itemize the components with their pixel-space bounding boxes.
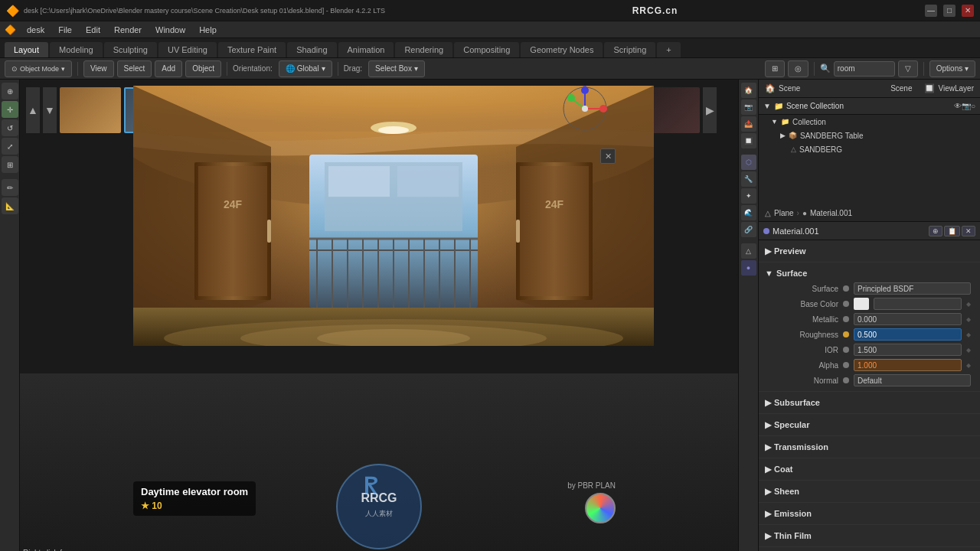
viewport-info-overlay: Daytime elevator room ★ 10 bbox=[133, 481, 256, 516]
menu-desk[interactable]: desk bbox=[21, 24, 51, 36]
menu-help[interactable]: Help bbox=[193, 24, 223, 36]
options-button[interactable]: Options ▾ bbox=[929, 60, 975, 77]
collection-expand-icon: ▼ bbox=[763, 102, 771, 110]
menu-edit[interactable]: Edit bbox=[80, 24, 106, 36]
sandberg-table-item[interactable]: ▶ 📦 SANDBERG Table bbox=[759, 129, 980, 142]
roughness-value[interactable]: 0.500 bbox=[854, 328, 962, 341]
transform-tool[interactable]: ⊞ bbox=[2, 156, 18, 173]
minimize-button[interactable]: — bbox=[925, 5, 937, 17]
thin-film-section: ▶ Thin Film bbox=[759, 525, 980, 547]
strip-next-1-button[interactable]: ▼ bbox=[43, 87, 57, 133]
tab-add[interactable]: + bbox=[657, 42, 680, 57]
metallic-value[interactable]: 0.000 bbox=[854, 313, 962, 325]
physics-button[interactable]: 🌊 bbox=[741, 205, 756, 220]
path-material: Material.001 bbox=[810, 209, 852, 217]
cursor-tool[interactable]: ⊕ bbox=[2, 83, 18, 99]
ior-value[interactable]: 1.500 bbox=[854, 344, 962, 356]
sc-camera-button[interactable]: 📷 bbox=[962, 102, 971, 110]
object-button[interactable]: Object bbox=[185, 60, 221, 77]
tab-uv-editing[interactable]: UV Editing bbox=[158, 42, 217, 57]
view-layer-button[interactable]: 🔲 bbox=[741, 133, 756, 148]
tab-rendering[interactable]: Rendering bbox=[395, 42, 452, 57]
add-button[interactable]: Add bbox=[155, 60, 182, 77]
render-props-button[interactable]: 📷 bbox=[741, 99, 756, 115]
emission-header[interactable]: ▶ Emission bbox=[765, 506, 974, 521]
tab-shading[interactable]: Shading bbox=[287, 42, 336, 57]
mat-dot bbox=[763, 228, 769, 234]
close-button[interactable]: ✕ bbox=[962, 5, 974, 17]
path-material-icon: ● bbox=[802, 209, 807, 217]
close-preview-button[interactable]: ✕ bbox=[600, 148, 616, 164]
scene-button[interactable]: 🏠 bbox=[741, 83, 756, 98]
drag-button[interactable]: Select Box ▾ bbox=[368, 60, 425, 77]
menu-window[interactable]: Window bbox=[149, 24, 191, 36]
mat-delete-button[interactable]: ✕ bbox=[962, 226, 975, 236]
surface-header[interactable]: ▼ Surface bbox=[765, 266, 974, 281]
right-icon-strip: 🏠 📷 📤 🔲 ⬡ 🔧 ✦ 🌊 🔗 △ ● bbox=[738, 80, 758, 551]
tab-compositing[interactable]: Compositing bbox=[454, 42, 519, 57]
measure-tool[interactable]: 📐 bbox=[2, 197, 18, 214]
surface-value[interactable]: Principled BSDF bbox=[854, 282, 971, 295]
tab-animation[interactable]: Animation bbox=[338, 42, 394, 57]
sc-eye-button[interactable]: 👁 bbox=[954, 102, 962, 110]
tab-texture-paint[interactable]: Texture Paint bbox=[218, 42, 286, 57]
orientation-label: Orientation: bbox=[233, 64, 276, 73]
strip-prev-button[interactable]: ▲ bbox=[26, 87, 40, 133]
move-tool[interactable]: ✛ bbox=[2, 101, 18, 118]
output-button[interactable]: 📤 bbox=[741, 116, 756, 132]
menu-blender-icon: 🔶 bbox=[5, 24, 16, 35]
sandberg-item[interactable]: △ SANDBERG bbox=[759, 142, 980, 156]
menu-render[interactable]: Render bbox=[108, 24, 148, 36]
view-button[interactable]: View bbox=[83, 60, 114, 77]
preview-header[interactable]: ▶ Preview bbox=[765, 243, 974, 259]
collection-item[interactable]: ▼ 📁 Collection bbox=[759, 115, 980, 129]
thin-film-header[interactable]: ▶ Thin Film bbox=[765, 528, 974, 543]
modifier-button[interactable]: 🔧 bbox=[741, 171, 756, 187]
thumb-1[interactable] bbox=[60, 87, 121, 133]
snap-button[interactable]: ⊞ bbox=[765, 60, 785, 77]
search-box[interactable]: room bbox=[834, 61, 895, 77]
menubar: 🔶 desk File Edit Render Window Help bbox=[0, 21, 980, 38]
tab-layout[interactable]: Layout bbox=[5, 42, 48, 57]
coat-header[interactable]: ▶ Coat bbox=[765, 461, 974, 477]
select-button[interactable]: Select bbox=[117, 60, 152, 77]
tab-geometry-nodes[interactable]: Geometry Nodes bbox=[521, 42, 603, 57]
subsurface-arrow: ▶ bbox=[765, 398, 771, 408]
preview-arrow: ▶ bbox=[765, 246, 771, 256]
strip-right-button[interactable]: ▶ bbox=[703, 87, 717, 133]
rotate-tool[interactable]: ↺ bbox=[2, 119, 18, 136]
proportional-button[interactable]: ◎ bbox=[788, 60, 808, 77]
transmission-header[interactable]: ▶ Transmission bbox=[765, 439, 974, 455]
mode-select-button[interactable]: ⊙ Object Mode ▾ bbox=[5, 60, 72, 77]
titlebar-controls: — □ ✕ bbox=[925, 5, 974, 17]
specular-header[interactable]: ▶ Specular bbox=[765, 417, 974, 432]
emission-section: ▶ Emission bbox=[759, 503, 980, 525]
sheen-header[interactable]: ▶ Sheen bbox=[765, 484, 974, 499]
scale-tool[interactable]: ⤢ bbox=[2, 138, 18, 155]
table-icon: 📦 bbox=[789, 132, 797, 139]
normal-value[interactable]: Default bbox=[854, 374, 971, 386]
data-button[interactable]: △ bbox=[741, 243, 756, 259]
annotate-tool[interactable]: ✏ bbox=[2, 179, 18, 196]
orientation-button[interactable]: 🌐 Global ▾ bbox=[279, 60, 332, 77]
subsurface-header[interactable]: ▶ Subsurface bbox=[765, 395, 974, 410]
sc-render-button[interactable]: ○ bbox=[971, 102, 975, 110]
constraints-button[interactable]: 🔗 bbox=[741, 222, 756, 237]
scene-name: Scene bbox=[890, 84, 912, 93]
mat-new-button[interactable]: 📋 bbox=[944, 226, 960, 236]
particles-button[interactable]: ✦ bbox=[741, 188, 756, 204]
base-color-value[interactable] bbox=[874, 298, 962, 310]
tab-sculpting[interactable]: Sculpting bbox=[104, 42, 157, 57]
object-props-button[interactable]: ⬡ bbox=[741, 155, 756, 170]
mat-browse-button[interactable]: ⊕ bbox=[929, 226, 942, 236]
alpha-value[interactable]: 1.000 bbox=[854, 359, 962, 371]
filter-button[interactable]: ▽ bbox=[898, 60, 918, 77]
menu-file[interactable]: File bbox=[52, 24, 78, 36]
scene-collection-header: 🏠 Scene Scene 🔲 ViewLayer bbox=[759, 80, 980, 98]
preview-label: Preview bbox=[774, 246, 806, 256]
tab-scripting[interactable]: Scripting bbox=[604, 42, 655, 57]
material-button[interactable]: ● bbox=[741, 260, 756, 276]
maximize-button[interactable]: □ bbox=[943, 5, 956, 17]
base-color-swatch[interactable] bbox=[854, 298, 869, 310]
tab-modeling[interactable]: Modeling bbox=[50, 42, 103, 57]
